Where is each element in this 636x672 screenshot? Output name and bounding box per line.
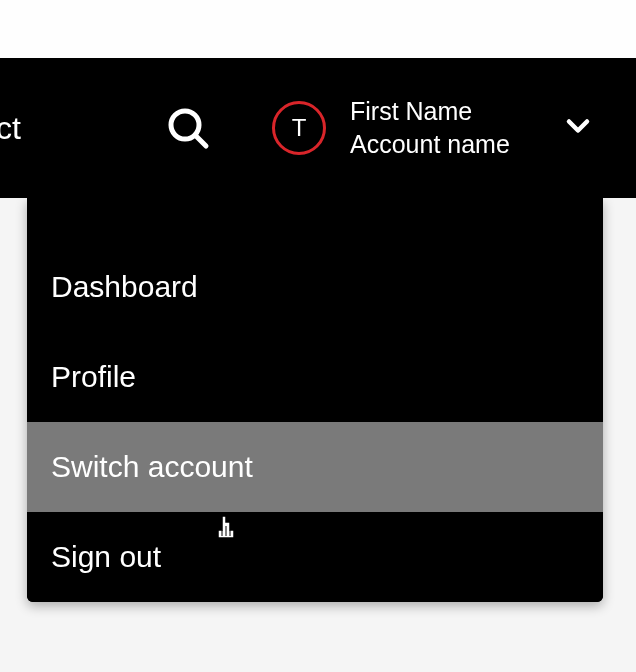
first-name-label: First Name [350, 96, 510, 127]
dropdown-spacer [27, 198, 603, 242]
account-dropdown-menu: Dashboard Profile Switch account Sign ou… [27, 198, 603, 602]
search-icon[interactable] [164, 104, 212, 152]
header-partial-text: ct [0, 110, 21, 147]
top-spacer [0, 0, 636, 58]
menu-item-dashboard[interactable]: Dashboard [27, 242, 603, 332]
menu-item-switch-account[interactable]: Switch account [27, 422, 603, 512]
chevron-down-icon[interactable] [560, 108, 596, 148]
avatar[interactable]: T [272, 101, 326, 155]
user-info[interactable]: First Name Account name [350, 96, 510, 161]
menu-item-profile[interactable]: Profile [27, 332, 603, 422]
svg-line-1 [195, 135, 206, 146]
header-bar: ct T First Name Account name [0, 58, 636, 198]
avatar-letter: T [292, 114, 307, 142]
menu-item-label: Switch account [51, 450, 253, 483]
menu-item-label: Dashboard [51, 270, 198, 303]
menu-item-sign-out[interactable]: Sign out [27, 512, 603, 602]
account-name-label: Account name [350, 129, 510, 160]
menu-item-label: Sign out [51, 540, 161, 573]
menu-item-label: Profile [51, 360, 136, 393]
